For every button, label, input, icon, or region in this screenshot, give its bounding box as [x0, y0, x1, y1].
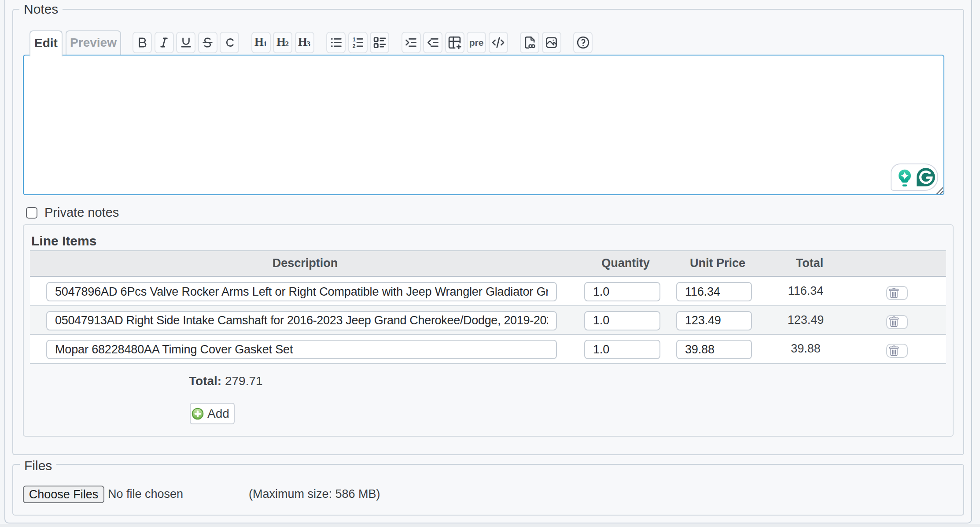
svg-text:2: 2: [285, 40, 289, 48]
quantity-input[interactable]: [584, 340, 660, 359]
max-size-text: (Maximum size: 586 MB): [249, 487, 380, 501]
line-items-title: Line Items: [31, 234, 96, 249]
toolbar-preformatted-button[interactable]: pre: [467, 32, 486, 53]
private-notes-label: Private notes: [44, 205, 119, 220]
add-button-label: Add: [207, 407, 229, 421]
underline-icon: [179, 35, 193, 50]
toolbar-definition-list-button[interactable]: [370, 32, 389, 53]
wiki-toolbar: H1H2H312pre: [133, 32, 595, 53]
attach-file-icon: [523, 35, 537, 50]
choose-files-button[interactable]: Choose Files: [23, 486, 104, 503]
svg-text:1: 1: [353, 37, 356, 43]
table-plus-icon: [447, 35, 462, 50]
toolbar-table-plus-button[interactable]: [445, 32, 464, 53]
heading-3-icon: H3: [297, 35, 312, 50]
toolbar-heading-2-button[interactable]: H2: [273, 32, 292, 53]
indent-increase-icon: [404, 35, 418, 50]
column-header-description: Description: [273, 251, 338, 276]
code-block-icon: [491, 35, 505, 50]
toolbar-pre-label: pre: [469, 37, 484, 48]
toolbar-italic-button[interactable]: [155, 32, 174, 53]
indent-decrease-icon: [426, 35, 440, 50]
description-input[interactable]: [46, 282, 557, 301]
toolbar-help-button[interactable]: [573, 32, 593, 53]
quantity-input[interactable]: [584, 311, 660, 330]
line-items-total: Total: 279.71: [189, 374, 263, 388]
svg-text:2: 2: [353, 43, 356, 49]
files-legend: Files: [20, 458, 56, 473]
heading-1-icon: H1: [254, 35, 268, 50]
toolbar-underline-button[interactable]: [176, 32, 195, 53]
toolbar-inline-code-button[interactable]: [220, 32, 239, 53]
total-value: 279.71: [225, 374, 263, 388]
row-total-value: 39.88: [791, 335, 821, 364]
private-notes-checkbox[interactable]: [26, 207, 37, 219]
add-line-item-button[interactable]: Add: [190, 403, 235, 424]
svg-text:H: H: [298, 35, 307, 48]
trash-icon: [889, 287, 899, 299]
line-items-header-row: Description Quantity Unit Price Total: [30, 250, 946, 277]
tab-edit[interactable]: Edit: [29, 30, 63, 56]
textarea-resize-handle[interactable]: [935, 186, 944, 195]
definition-list-icon: [372, 35, 387, 50]
tab-preview[interactable]: Preview: [66, 30, 121, 55]
toolbar-unordered-list-button[interactable]: [326, 32, 346, 53]
line-item-row: 116.34: [30, 277, 946, 306]
line-item-row: 123.49: [30, 306, 946, 335]
unit-price-input[interactable]: [676, 282, 752, 301]
unit-price-input[interactable]: [676, 311, 752, 330]
svg-text:H: H: [276, 35, 285, 48]
toolbar-heading-1-button[interactable]: H1: [251, 32, 271, 53]
toolbar-image-button[interactable]: [542, 32, 561, 53]
line-item-row: 39.88: [30, 335, 946, 364]
column-header-unit-price: Unit Price: [690, 251, 745, 276]
strikethrough-icon: [200, 35, 215, 50]
grammarly-widget[interactable]: [891, 163, 938, 191]
trash-icon: [889, 316, 899, 328]
row-total-value: 123.49: [788, 306, 824, 335]
page: Notes Preview Edit H1H2H312pre Private n…: [0, 0, 980, 527]
italic-icon: [157, 35, 171, 50]
row-total-value: 116.34: [788, 277, 824, 306]
toolbar-bold-button[interactable]: [133, 32, 152, 53]
total-label: Total:: [189, 374, 221, 388]
svg-text:1: 1: [263, 40, 267, 48]
svg-text:H: H: [254, 35, 264, 48]
toolbar-indent-decrease-button[interactable]: [423, 32, 442, 53]
unordered-list-icon: [329, 35, 343, 50]
toolbar-strikethrough-button[interactable]: [198, 32, 217, 53]
image-icon: [544, 35, 559, 50]
toolbar-attach-file-button[interactable]: [520, 32, 539, 53]
page-bottom-background: [0, 524, 980, 527]
delete-row-button[interactable]: [886, 344, 908, 358]
quantity-input[interactable]: [584, 282, 660, 301]
description-input[interactable]: [46, 311, 557, 330]
svg-text:3: 3: [306, 40, 310, 48]
ordered-list-icon: 12: [350, 35, 365, 50]
description-input[interactable]: [46, 340, 557, 359]
help-icon: [576, 35, 590, 50]
heading-2-icon: H2: [276, 35, 290, 50]
toolbar-ordered-list-button[interactable]: 12: [348, 32, 368, 53]
bold-icon: [135, 35, 150, 50]
notes-textarea[interactable]: [23, 55, 944, 195]
trash-icon: [889, 345, 899, 357]
delete-row-button[interactable]: [886, 286, 908, 300]
column-header-total: Total: [796, 251, 824, 276]
no-file-chosen-text: No file chosen: [108, 487, 183, 501]
add-icon: [192, 408, 204, 420]
delete-row-button[interactable]: [886, 315, 908, 329]
notes-legend: Notes: [19, 2, 63, 17]
grammarly-suggestion-bulb-icon[interactable]: [896, 169, 913, 188]
column-header-quantity: Quantity: [601, 251, 650, 276]
unit-price-input[interactable]: [676, 340, 752, 359]
toolbar-code-block-button[interactable]: [489, 32, 508, 53]
grammarly-logo-icon[interactable]: [916, 167, 936, 187]
toolbar-heading-3-button[interactable]: H3: [295, 32, 314, 53]
toolbar-indent-increase-button[interactable]: [402, 32, 421, 53]
inline-code-icon: [222, 35, 237, 50]
